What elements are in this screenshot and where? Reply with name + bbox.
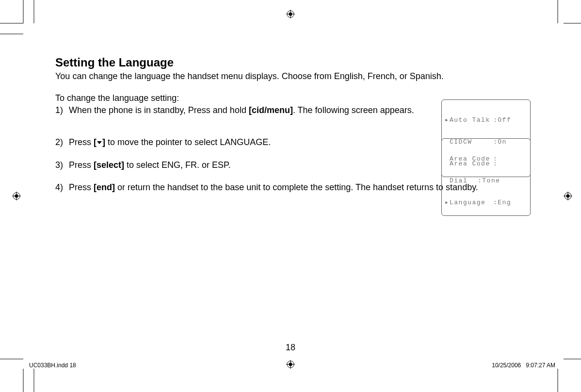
step-text-post: or return the handset to the base unit t… [115,182,478,192]
lcd-value: Off [498,116,511,124]
footer-filename: UC033BH.indd 18 [29,362,76,369]
lcd-row: Dial:Tone [445,177,527,184]
print-footer: UC033BH.indd 18 10/25/2006 9:07:27 AM [29,362,555,369]
step-number: 1) [55,104,63,116]
step-text-pre: Press [69,137,94,147]
lcd-sep: : [478,177,482,184]
step-text-post: to select ENG, FR. or ESP. [124,160,231,170]
pointer-icon: ▸ [445,199,450,206]
registration-mark-right [564,192,572,200]
pointer-icon [445,155,450,163]
lcd-sep: : [493,199,498,206]
step-number: 4) [55,181,63,193]
svg-point-1 [289,13,292,16]
crop-mark-top-left [0,0,39,39]
lcd-row: ▸Language:Eng [445,199,527,206]
step-number: 3) [55,159,63,171]
pointer-icon [445,177,450,184]
intro-text: You can change the language the handset … [55,71,526,82]
pointer-icon: ▸ [445,116,450,124]
lcd-sep: : [493,116,498,124]
registration-mark-top [286,10,295,18]
step-bold: [cid/menu] [249,105,293,115]
svg-point-5 [566,195,570,198]
registration-mark-left [12,192,21,200]
lcd-label: Dial [450,177,478,184]
lcd-value: Tone [482,177,500,184]
lcd-label: Auto Talk [450,116,493,124]
step-text-pre: Press [69,160,94,170]
step-text-pre: Press [69,182,94,192]
footer-timestamp: 10/25/2006 9:07:27 AM [492,362,555,369]
svg-point-2 [13,193,20,199]
lcd-sep: : [493,155,498,163]
step-bold: [select] [94,160,124,170]
down-arrow-icon [97,140,102,146]
lcd-label: Area Code [450,155,493,163]
svg-point-0 [287,11,294,17]
step-text-pre: When the phone is in standby, Press and … [69,105,249,115]
page-number: 18 [0,343,581,353]
step-text-post: . The following screen appears. [293,105,414,115]
lcd-row: ▸Auto Talk:Off [445,116,527,124]
svg-point-3 [15,195,18,198]
heading: Setting the Language [55,56,526,69]
step-text-post: to move the pointer to select LANGUAGE. [105,137,271,147]
crop-mark-top-right [548,0,581,39]
lcd-value: Eng [498,199,511,206]
lcd-label: Language [450,199,493,206]
lcd-screen-2: Area Code: Dial:Tone ▸Language:Eng [441,138,531,216]
lcd-row: Area Code: [445,155,527,163]
svg-point-4 [565,193,571,199]
step-number: 2) [55,136,63,148]
step-bold: [end] [94,182,115,192]
